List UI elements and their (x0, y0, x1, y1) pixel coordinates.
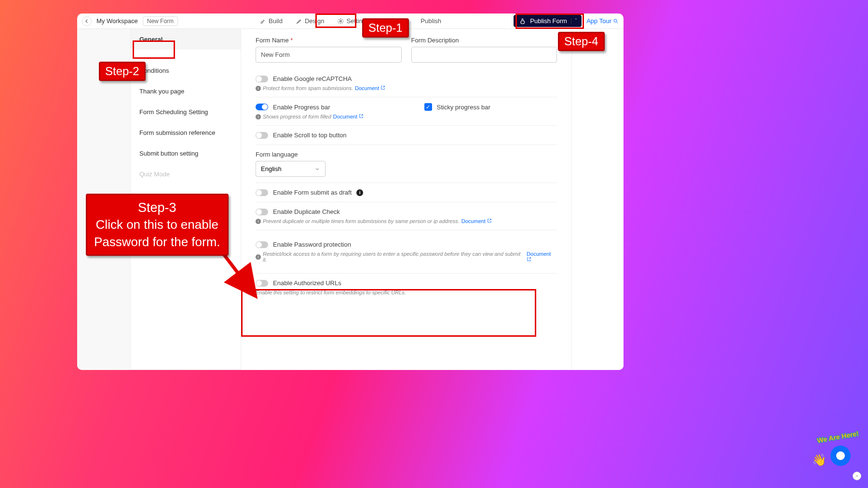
tab-build[interactable]: Build (254, 15, 288, 27)
recaptcha-hint: i Protect forms from spam submissions. D… (256, 85, 557, 91)
form-name-label: Form Name * (256, 37, 402, 44)
recaptcha-toggle[interactable] (256, 76, 268, 82)
tab-build-label: Build (269, 17, 283, 25)
external-link-icon (380, 85, 385, 90)
sticky-progress-label: Sticky progress bar (437, 104, 490, 111)
app-tour-link[interactable]: App Tour (586, 17, 619, 25)
gear-icon (337, 18, 344, 25)
password-label: Enable Password protection (273, 241, 351, 248)
sidebar-item-conditions[interactable]: Conditions (131, 60, 241, 81)
publish-button[interactable]: Publish Form ˇ (514, 15, 582, 27)
chevron-down-icon (314, 166, 320, 172)
sidebar-item-scheduling[interactable]: Form Scheduling Setting (131, 102, 241, 122)
language-label: Form language (256, 151, 557, 158)
duplicate-label: Enable Duplicate Check (273, 208, 340, 215)
sidebar-item-general[interactable]: General (131, 29, 241, 50)
tabs: Build Design Settings Publish (254, 15, 447, 27)
app-window: My Workspace New Form Build Design Setti… (77, 13, 624, 370)
password-hint: i Restrict/lock access to a form by requ… (256, 251, 557, 263)
form-desc-label: Form Description (411, 37, 557, 44)
svg-point-0 (340, 20, 342, 22)
password-doc-link[interactable]: Document (527, 251, 557, 263)
authurls-label: Enable Authorized URLs (273, 279, 341, 287)
brush-icon (296, 18, 302, 25)
tab-publish[interactable]: Publish (415, 15, 447, 27)
scroll-top-button[interactable] (853, 472, 861, 480)
chat-text: We Are Here! (816, 430, 859, 445)
settings-content: Form Name * Form Description Enable Goog… (241, 29, 572, 370)
chat-bubble-icon[interactable] (830, 446, 851, 466)
scrolltop-label: Enable Scroll to top button (273, 132, 347, 139)
form-badge: New Form (143, 16, 178, 26)
chevron-up-icon (854, 474, 859, 478)
sidebar-item-submit-btn[interactable]: Submit button setting (131, 143, 241, 164)
language-select[interactable]: English (256, 161, 326, 177)
draft-toggle[interactable] (256, 189, 268, 196)
workspace-label[interactable]: My Workspace (96, 17, 138, 25)
authurls-hint: Enable this setting to restrict form emb… (256, 290, 557, 295)
chat-widget[interactable]: We Are Here! 👋 (820, 435, 854, 469)
progress-toggle[interactable] (256, 104, 268, 110)
scrolltop-toggle[interactable] (256, 132, 268, 139)
app-tour-label: App Tour (586, 17, 611, 25)
back-button[interactable] (82, 16, 92, 26)
annotation-step2: Step-2 (99, 62, 146, 81)
tab-design-label: Design (305, 17, 324, 25)
right-gutter (572, 29, 624, 370)
language-value: English (261, 165, 282, 172)
duplicate-toggle[interactable] (256, 209, 268, 215)
info-icon[interactable]: i (356, 189, 363, 196)
sidebar-item-quiz[interactable]: Quiz Mode (131, 164, 241, 185)
chevron-down-icon[interactable]: ˇ (571, 18, 577, 24)
tab-design[interactable]: Design (290, 15, 330, 27)
annotation-step4: Step-4 (558, 32, 605, 51)
external-link-icon (527, 257, 531, 262)
form-name-input[interactable] (256, 47, 402, 63)
info-icon: i (256, 86, 261, 91)
svg-line-2 (221, 251, 256, 296)
progress-label: Enable Progress bar (273, 104, 330, 111)
draft-label: Enable Form submit as draft (273, 189, 352, 196)
tab-publish-label: Publish (420, 17, 441, 25)
wave-icon: 👋 (812, 453, 827, 467)
sidebar-item-submission-ref[interactable]: Form submission reference (131, 122, 241, 143)
form-desc-input[interactable] (411, 47, 557, 63)
search-icon (613, 18, 619, 24)
header-right: Publish Form ˇ App Tour (514, 15, 619, 27)
hand-click-icon (519, 18, 526, 25)
annotation-step3: Step-3 Click on this to enable Password … (86, 194, 229, 256)
wrench-icon (259, 18, 266, 25)
duplicate-doc-link[interactable]: Document (461, 218, 492, 224)
info-icon: i (256, 114, 261, 119)
progress-hint: i Shows progress of form filled Document (256, 114, 557, 119)
external-link-icon (487, 218, 492, 223)
recaptcha-label: Enable Google reCAPTCHA (273, 75, 352, 82)
info-icon: i (256, 219, 261, 224)
sticky-progress-checkbox[interactable]: ✓ (424, 103, 432, 111)
sidebar-item-thankyou[interactable]: Thank you page (131, 81, 241, 102)
annotation-step1: Step-1 (362, 18, 409, 38)
publish-button-label: Publish Form (530, 17, 567, 25)
header: My Workspace New Form Build Design Setti… (77, 13, 624, 29)
svg-point-1 (614, 19, 617, 22)
recaptcha-doc-link[interactable]: Document (355, 85, 385, 91)
external-link-icon (359, 114, 364, 119)
duplicate-hint: i Prevent duplicate or multiple times fo… (256, 218, 557, 224)
progress-doc-link[interactable]: Document (333, 114, 364, 119)
